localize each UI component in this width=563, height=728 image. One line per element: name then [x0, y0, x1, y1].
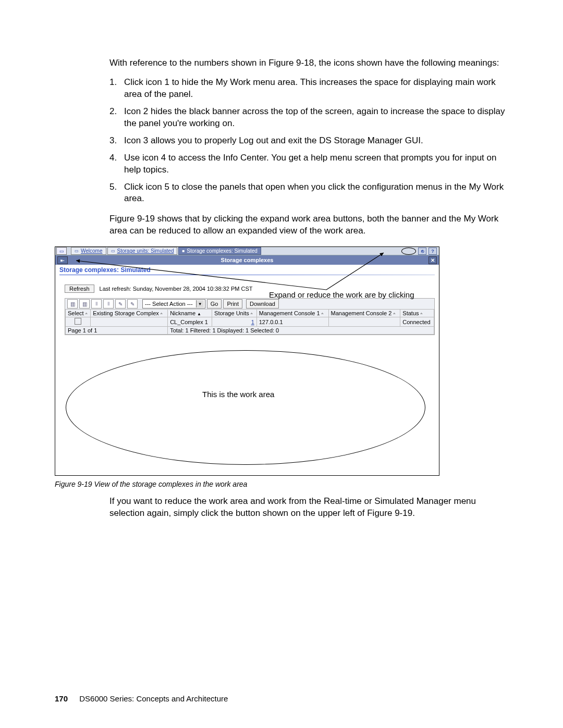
tool-icon-2[interactable]: ▥ — [79, 299, 90, 309]
go-button[interactable]: Go — [207, 299, 222, 309]
col-status[interactable]: Status ^ — [400, 310, 434, 317]
select-action-dropdown[interactable]: --- Select Action --- ▼ — [142, 299, 205, 309]
tab-label: Storage complexes: Simulated — [187, 248, 258, 254]
col-storage-units[interactable]: Storage Units ^ — [212, 310, 257, 317]
tab-welcome[interactable]: ▭Welcome — [71, 247, 106, 255]
page-footer: 170 DS6000 Series: Concepts and Architec… — [55, 694, 228, 703]
page-title: Storage complexes: Simulated — [59, 266, 435, 274]
work-area-oval — [66, 350, 425, 465]
col-select[interactable]: Select ^ — [66, 310, 91, 317]
download-button[interactable]: Download — [246, 299, 279, 309]
list-item: 1. Click icon 1 to hide the My Work menu… — [109, 77, 508, 101]
list-number: 4. — [109, 152, 124, 176]
totals-text: Total: 1 Filtered: 1 Displayed: 1 Select… — [168, 327, 434, 335]
restore-work-icon[interactable]: ⇤ — [57, 256, 68, 264]
col-mc2[interactable]: Management Console 2 ^ — [328, 310, 400, 317]
col-mc1[interactable]: Management Console 1 ^ — [256, 310, 328, 317]
closing-paragraph: If you want to reduce the work area and … — [109, 496, 508, 520]
refresh-button[interactable]: Refresh — [65, 285, 94, 293]
tool-icon-6[interactable]: ✎ — [127, 299, 138, 309]
cell-status: Connected — [400, 317, 434, 327]
list-number: 2. — [109, 106, 124, 130]
tool-icon-1[interactable]: ▥ — [67, 299, 78, 309]
row-checkbox[interactable] — [75, 318, 81, 325]
expand-icon-circle[interactable] — [401, 248, 416, 255]
list-number: 5. — [109, 181, 124, 205]
toolbar: ▥ ▥ ⫴ ⫴ ✎ ✎ --- Select Action --- ▼ Go P… — [65, 298, 435, 335]
book-title: DS6000 Series: Concepts and Architecture — [79, 694, 228, 703]
cell-mc1: 127.0.0.1 — [256, 317, 328, 327]
annotation-expand-label: Expand or reduce the work are by clickin… — [269, 290, 414, 299]
list-text: Icon 3 allows you to properly Log out an… — [124, 135, 508, 147]
cell-units-link[interactable]: 1 — [251, 319, 254, 325]
list-item: 3. Icon 3 allows you to properly Log out… — [109, 135, 508, 147]
window-icon[interactable]: ▭ — [56, 247, 67, 255]
chevron-down-icon: ▼ — [196, 300, 204, 307]
list-item: 4. Use icon 4 to access the Info Center.… — [109, 152, 508, 176]
tab-label: Storage units: Simulated — [117, 248, 174, 254]
banner-title: Storage complexes — [221, 257, 274, 263]
tab-storage-units[interactable]: ▭Storage units: Simulated — [107, 247, 178, 255]
col-nickname[interactable]: Nickname ▲ — [168, 310, 212, 317]
list-text: Click icon 1 to hide the My Work menu ar… — [124, 77, 508, 101]
tool-icon-3[interactable]: ⫴ — [91, 299, 102, 309]
pager-text: Page 1 of 1 — [66, 327, 168, 335]
tool-icon-5[interactable]: ✎ — [115, 299, 126, 309]
logout-icon[interactable]: ⎋ — [418, 248, 426, 255]
col-existing-storage-complex[interactable]: Existing Storage Complex ^ — [91, 310, 168, 317]
work-area-label: This is the work area — [202, 390, 274, 399]
table-footer: Page 1 of 1 Total: 1 Filtered: 1 Display… — [66, 327, 434, 335]
list-number: 1. — [109, 77, 124, 101]
select-action-label: --- Select Action --- — [145, 301, 193, 307]
close-panel-icon[interactable]: ✕ — [429, 256, 437, 264]
tab-storage-complexes[interactable]: ■Storage complexes: Simulated — [178, 247, 261, 255]
list-text: Icon 2 hides the black banner across the… — [124, 106, 508, 130]
storage-complex-table: Select ^ Existing Storage Complex ^ Nick… — [65, 309, 434, 335]
list-text: Click icon 5 to close the panels that op… — [124, 181, 508, 205]
list-item: 2. Icon 2 hides the black banner across … — [109, 106, 508, 130]
list-text: Use icon 4 to access the Info Center. Yo… — [124, 152, 508, 176]
tabs-row: ▭ ▭Welcome ▭Storage units: Simulated ■St… — [55, 247, 439, 255]
banner: ⇤ Storage complexes ✕ — [55, 255, 439, 265]
figure-9-19: ▭ ▭Welcome ▭Storage units: Simulated ■St… — [55, 246, 439, 476]
table-row: CL_Complex 1 1 127.0.0.1 Connected — [66, 317, 434, 327]
cell-nickname: CL_Complex 1 — [168, 317, 212, 327]
list-item: 5. Click icon 5 to close the panels that… — [109, 181, 508, 205]
tool-icon-4[interactable]: ⫴ — [103, 299, 114, 309]
after-list-paragraph: Figure 9-19 shows that by clicking the e… — [109, 213, 508, 237]
tab-label: Welcome — [81, 248, 103, 254]
help-icon[interactable]: ? — [429, 248, 437, 255]
print-button[interactable]: Print — [223, 299, 242, 309]
list-number: 3. — [109, 135, 124, 147]
intro-paragraph: With reference to the numbers shown in F… — [109, 57, 508, 69]
page-number: 170 — [55, 694, 68, 703]
last-refresh-text: Last refresh: Sunday, November 28, 2004 … — [100, 286, 253, 292]
figure-caption: Figure 9-19 View of the storage complexe… — [55, 480, 508, 488]
